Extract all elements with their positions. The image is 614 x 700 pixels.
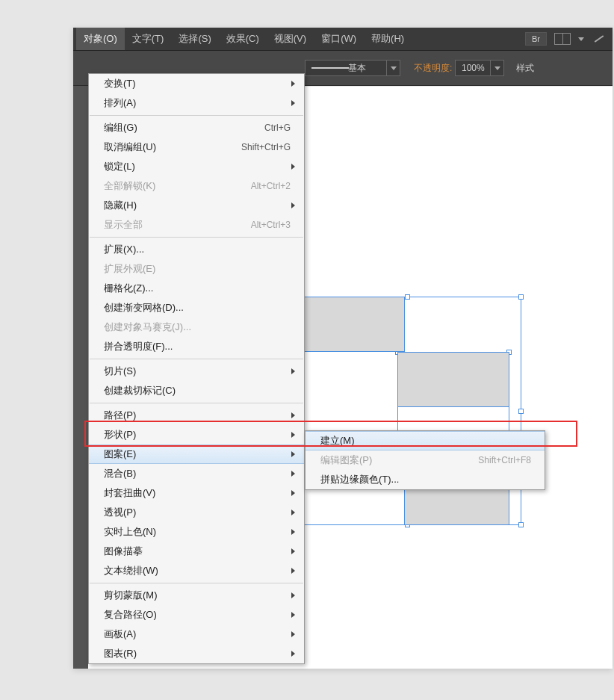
style-label: 样式 [516, 62, 534, 75]
menu-image-trace[interactable]: 图像描摹 [89, 542, 304, 561]
submenu-arrow-icon [291, 631, 295, 637]
submenu-arrow-icon [291, 529, 295, 535]
submenu-arrow-icon [291, 651, 295, 657]
selection-handle[interactable] [518, 294, 524, 300]
menu-transform[interactable]: 变换(T) [89, 74, 304, 93]
menu-group[interactable]: 编组(G)Ctrl+G [89, 118, 304, 137]
menubar-item-object[interactable]: 对象(O) [76, 28, 125, 50]
opacity-input[interactable]: 100% [455, 60, 491, 76]
menu-compound-path[interactable]: 复合路径(O) [89, 605, 304, 625]
submenu-arrow-icon [291, 592, 295, 598]
submenu-arrow-icon [291, 451, 295, 457]
submenu-arrow-icon [291, 368, 295, 374]
submenu-arrow-icon [291, 432, 295, 438]
menu-text-wrap[interactable]: 文本绕排(W) [89, 561, 304, 580]
opacity-label: 不透明度: [414, 62, 452, 75]
object-menu: 变换(T) 排列(A) 编组(G)Ctrl+G 取消编组(U)Shift+Ctr… [88, 73, 305, 664]
bridge-badge[interactable]: Br [525, 32, 547, 46]
menu-envelope-distort[interactable]: 封套扭曲(V) [89, 483, 304, 503]
menu-separator [90, 583, 303, 583]
menu-artboard[interactable]: 画板(A) [89, 625, 304, 644]
menu-hide[interactable]: 隐藏(H) [89, 196, 304, 215]
layout-dropdown-icon[interactable] [578, 37, 584, 41]
brush-icon[interactable] [592, 31, 607, 46]
opacity-dropdown-button[interactable] [491, 60, 504, 76]
menu-unlock-all: 全部解锁(K)Alt+Ctrl+2 [89, 176, 304, 196]
menu-separator [90, 403, 303, 403]
submenu-edit-pattern: 编辑图案(P)Shift+Ctrl+F8 [306, 450, 545, 470]
menubar-item-select[interactable]: 选择(S) [171, 28, 218, 50]
menu-slice[interactable]: 切片(S) [89, 362, 304, 381]
submenu-arrow-icon [291, 471, 295, 477]
menu-gradient-mesh[interactable]: 创建渐变网格(D)... [89, 298, 304, 318]
left-panel [73, 86, 88, 669]
menu-arrange[interactable]: 排列(A) [89, 93, 304, 113]
menubar-item-window[interactable]: 窗口(W) [314, 28, 364, 50]
submenu-arrow-icon [291, 490, 295, 496]
submenu-arrow-icon [291, 164, 295, 170]
menu-crop-marks[interactable]: 创建裁切标记(C) [89, 381, 304, 400]
menubar-item-view[interactable]: 视图(V) [267, 28, 314, 50]
submenu-arrow-icon [291, 202, 295, 208]
menu-perspective[interactable]: 透视(P) [89, 503, 304, 522]
menu-expand[interactable]: 扩展(X)... [89, 240, 304, 259]
menubar: 对象(O) 文字(T) 选择(S) 效果(C) 视图(V) 窗口(W) 帮助(H… [73, 28, 613, 51]
menu-rasterize[interactable]: 栅格化(Z)... [89, 279, 304, 298]
stroke-dropdown-button[interactable] [387, 60, 400, 76]
menu-path[interactable]: 路径(P) [89, 406, 304, 425]
submenu-arrow-icon [291, 568, 295, 574]
menu-pattern[interactable]: 图案(E) [89, 445, 304, 464]
submenu-arrow-icon [291, 548, 295, 554]
menu-clipping-mask[interactable]: 剪切蒙版(M) [89, 586, 304, 605]
selection-handle[interactable] [405, 294, 410, 300]
shape-rect[interactable] [293, 297, 405, 352]
layout-icon[interactable] [554, 33, 571, 45]
menubar-item-help[interactable]: 帮助(H) [364, 28, 412, 50]
menu-shape[interactable]: 形状(P) [89, 425, 304, 445]
stroke-style-preview[interactable]: 基本 [305, 60, 387, 76]
menu-ungroup[interactable]: 取消编组(U)Shift+Ctrl+G [89, 137, 304, 157]
app-window: 对象(O) 文字(T) 选择(S) 效果(C) 视图(V) 窗口(W) 帮助(H… [73, 28, 613, 669]
menu-flatten-transparency[interactable]: 拼合透明度(F)... [89, 337, 304, 356]
menu-blend[interactable]: 混合(B) [89, 464, 304, 483]
menu-separator [90, 359, 303, 359]
menu-expand-appearance: 扩展外观(E) [89, 259, 304, 279]
submenu-arrow-icon [291, 509, 295, 515]
menu-object-mosaic: 创建对象马赛克(J)... [89, 318, 304, 337]
submenu-arrow-icon [291, 612, 295, 618]
submenu-tile-edge-color[interactable]: 拼贴边缘颜色(T)... [306, 470, 545, 489]
menu-separator [90, 115, 303, 116]
submenu-arrow-icon [291, 412, 295, 418]
menubar-item-effect[interactable]: 效果(C) [219, 28, 267, 50]
selection-handle[interactable] [518, 522, 524, 527]
selection-handle[interactable] [518, 409, 524, 414]
menu-show-all: 显示全部Alt+Ctrl+3 [89, 215, 304, 235]
submenu-arrow-icon [291, 100, 295, 106]
menu-graph[interactable]: 图表(R) [89, 644, 304, 663]
menubar-item-text[interactable]: 文字(T) [125, 28, 172, 50]
stroke-label: 基本 [348, 62, 366, 75]
menu-separator [90, 237, 303, 238]
submenu-arrow-icon [291, 81, 295, 87]
menu-lock[interactable]: 锁定(L) [89, 157, 304, 176]
pattern-submenu: 建立(M) 编辑图案(P)Shift+Ctrl+F8 拼贴边缘颜色(T)... [305, 430, 545, 490]
shape-rect[interactable] [397, 352, 509, 407]
submenu-make[interactable]: 建立(M) [306, 431, 545, 450]
menu-live-paint[interactable]: 实时上色(N) [89, 522, 304, 542]
